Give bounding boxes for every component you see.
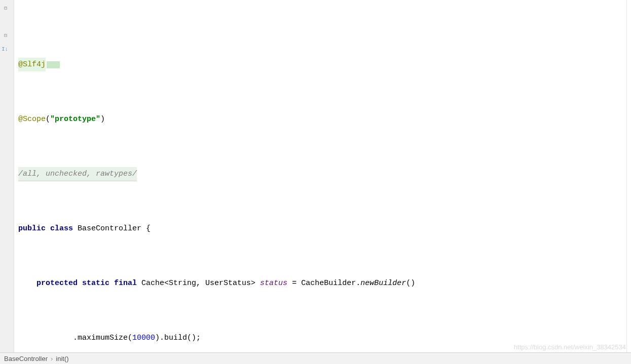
code-content[interactable]: @Slf4j @Scope("prototype") /all, uncheck… bbox=[14, 0, 631, 352]
breadcrumb-bar: BaseController › init() bbox=[0, 352, 631, 364]
right-margin-line bbox=[626, 0, 627, 352]
code-line[interactable]: @Scope("prototype") bbox=[18, 112, 629, 126]
code-editor[interactable]: ⊟ ⊟ I↓ @Slf4j @Scope("prototype") /all, … bbox=[0, 0, 631, 352]
breadcrumb-item[interactable]: init() bbox=[56, 355, 68, 362]
code-line[interactable]: public class BaseController { bbox=[18, 222, 629, 235]
implements-icon[interactable]: I↓ bbox=[2, 46, 8, 52]
code-line[interactable]: .maximumSize(10000).build(); bbox=[18, 331, 629, 345]
code-line[interactable]: protected static final Cache<String, Use… bbox=[18, 276, 629, 290]
highlight-marker bbox=[47, 61, 60, 68]
editor-gutter: ⊟ ⊟ I↓ bbox=[0, 0, 14, 352]
code-line[interactable]: /all, unchecked, rawtypes/ bbox=[18, 167, 629, 181]
fold-icon[interactable]: ⊟ bbox=[4, 5, 10, 11]
breadcrumb-separator-icon: › bbox=[51, 355, 53, 362]
fold-icon[interactable]: ⊟ bbox=[4, 32, 10, 38]
breadcrumb-item[interactable]: BaseController bbox=[4, 355, 48, 362]
code-line[interactable]: @Slf4j bbox=[18, 58, 629, 71]
